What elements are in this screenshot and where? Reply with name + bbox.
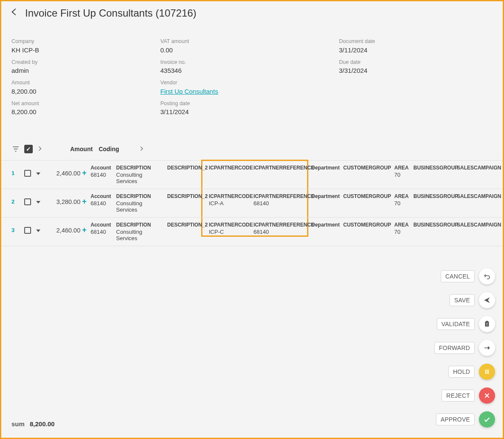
svg-rect-3	[487, 325, 487, 326]
line-dropdown-icon[interactable]	[36, 193, 47, 206]
col-department: Department	[311, 165, 340, 171]
line-add-button[interactable]: +	[82, 222, 91, 234]
invoice-no-label: Invoice no.	[160, 59, 339, 66]
svg-rect-4	[485, 370, 487, 374]
clipboard-alert-icon[interactable]	[479, 316, 495, 332]
line-add-button[interactable]: +	[82, 165, 91, 177]
area-value: 70	[394, 200, 410, 207]
coding-chevron-icon[interactable]	[139, 146, 145, 153]
close-icon[interactable]	[479, 387, 495, 404]
column-header-amount: Amount	[70, 146, 93, 152]
col-account: Account	[91, 165, 113, 171]
svg-rect-2	[487, 323, 487, 325]
col-icpartnerref: ICPARTNERREFERENCE	[253, 222, 308, 228]
col-icpartnercode: ICPARTNERCODE	[209, 193, 250, 199]
hold-button[interactable]: HOLD	[448, 366, 475, 378]
vendor-label: Vendor	[160, 79, 339, 87]
icpartnerref-value: 68140	[253, 200, 308, 207]
col-businessgroup: BUSINESSGROUP	[413, 193, 453, 199]
created-by-label: Created by	[11, 59, 160, 66]
line-checkbox[interactable]	[24, 227, 31, 234]
col-customergroup: CUSTOMERGROUP	[343, 222, 391, 228]
svg-rect-5	[487, 370, 489, 374]
invoice-line-row: 1 2,460.00 + Account68140 DESCRIPTIONCon…	[1, 161, 503, 189]
sum-value: 8,200.00	[30, 420, 54, 428]
col-description2: DESCRIPTION_2	[167, 222, 205, 228]
col-area: AREA	[394, 222, 410, 228]
description-value: Consulting Services	[116, 229, 164, 241]
line-number[interactable]: 1	[11, 165, 24, 176]
col-description: DESCRIPTION	[116, 165, 164, 171]
filter-icon[interactable]	[11, 145, 20, 153]
approve-button[interactable]: APPROVE	[436, 413, 475, 425]
line-checkbox[interactable]	[24, 198, 31, 205]
line-dropdown-icon[interactable]	[36, 222, 47, 234]
line-dropdown-icon[interactable]	[36, 165, 47, 177]
col-account: Account	[91, 222, 113, 228]
svg-rect-1	[486, 321, 488, 322]
document-date-label: Document date	[339, 38, 501, 46]
col-salescampaign: SALESCAMPAIGN	[457, 165, 502, 171]
account-value: 68140	[91, 229, 113, 235]
send-icon[interactable]	[479, 292, 495, 308]
col-icpartnerref: ICPARTNERREFERENCE	[253, 165, 308, 171]
posting-date-label: Posting date	[160, 100, 339, 108]
col-icpartnercode: ICPARTNERCODE	[209, 222, 250, 228]
col-description2: DESCRIPTION_2	[167, 165, 205, 171]
expand-chevron-icon[interactable]	[37, 146, 43, 153]
amount-value: 8,200.00	[11, 87, 160, 96]
area-value: 70	[394, 229, 410, 235]
net-amount-value: 8,200.00	[11, 107, 160, 116]
validate-button[interactable]: VALIDATE	[437, 318, 475, 330]
back-arrow-icon[interactable]	[10, 7, 19, 19]
cancel-button[interactable]: CANCEL	[441, 270, 475, 282]
icpartnerref-value: 68140	[253, 229, 308, 235]
undo-icon[interactable]	[479, 268, 495, 284]
column-header-coding: Coding	[99, 146, 119, 152]
check-icon[interactable]	[479, 411, 495, 428]
arrow-right-icon[interactable]	[479, 340, 495, 356]
col-description2: DESCRIPTION_2	[167, 193, 205, 199]
line-number[interactable]: 3	[11, 222, 24, 233]
pause-icon[interactable]	[479, 364, 495, 380]
vat-label: VAT amount	[160, 38, 339, 46]
col-account: Account	[91, 193, 113, 199]
description-value: Consulting Services	[116, 200, 164, 213]
col-icpartnercode: ICPARTNERCODE	[209, 165, 250, 171]
save-button[interactable]: SAVE	[450, 294, 475, 306]
due-date-label: Due date	[339, 59, 501, 66]
vendor-link[interactable]: First Up Consultants	[160, 87, 339, 96]
col-area: AREA	[394, 193, 410, 199]
icpartnercode-value: ICP-A	[209, 200, 250, 207]
page-title: Invoice First Up Consultants (107216)	[25, 7, 196, 19]
col-customergroup: CUSTOMERGROUP	[343, 165, 391, 171]
created-by-value: admin	[11, 66, 160, 75]
company-value: KH ICP-B	[11, 46, 160, 55]
area-value: 70	[394, 172, 410, 178]
col-area: AREA	[394, 165, 410, 171]
select-all-checkbox[interactable]: ✓	[24, 145, 33, 153]
line-number[interactable]: 2	[11, 193, 24, 205]
col-description: DESCRIPTION	[116, 222, 164, 228]
sum-label: sum	[11, 420, 25, 428]
invoice-line-row: 3 2,460.00 + Account68140 DESCRIPTIONCon…	[1, 218, 503, 246]
line-add-button[interactable]: +	[82, 193, 91, 205]
net-amount-label: Net amount	[11, 100, 160, 108]
line-amount: 2,460.00	[47, 165, 82, 177]
col-businessgroup: BUSINESSGROUP	[413, 165, 453, 171]
account-value: 68140	[91, 200, 113, 207]
col-customergroup: CUSTOMERGROUP	[343, 193, 391, 199]
line-amount: 2,460.00	[47, 222, 82, 234]
invoice-line-row: 2 3,280.00 + Account68140 DESCRIPTIONCon…	[1, 189, 503, 218]
col-icpartnerref: ICPARTNERREFERENCE	[253, 193, 308, 199]
reject-button[interactable]: REJECT	[441, 390, 475, 402]
due-date-value: 3/31/2024	[339, 66, 501, 75]
col-description: DESCRIPTION	[116, 193, 164, 199]
company-label: Company	[11, 38, 160, 46]
line-checkbox[interactable]	[24, 170, 31, 177]
forward-button[interactable]: FORWARD	[434, 342, 475, 354]
description-value: Consulting Services	[116, 172, 164, 184]
col-department: Department	[311, 222, 340, 228]
invoice-no-value: 435346	[160, 66, 339, 75]
col-salescampaign: SALESCAMPAIGN	[457, 222, 502, 228]
